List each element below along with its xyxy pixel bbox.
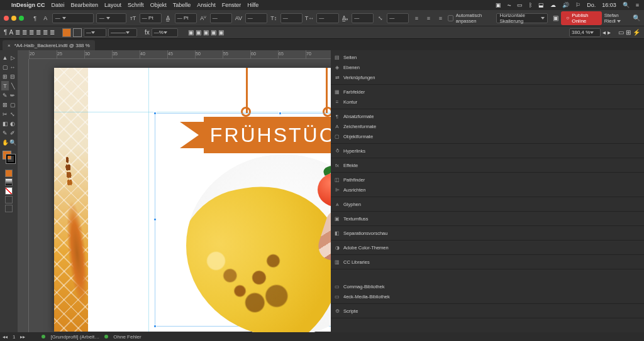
panel-ebenen[interactable]: ◈Ebenen (331, 62, 644, 72)
ruler-horizontal[interactable]: 2025303540455055606570758085909510010511… (29, 50, 331, 59)
workspace-icon[interactable]: ▣ (553, 14, 558, 21)
fill-stroke[interactable] (1, 151, 16, 166)
close-tab-icon[interactable]: × (8, 43, 11, 48)
line-tool-icon[interactable]: ╲ (9, 81, 16, 90)
tray-day[interactable]: Do. (587, 2, 596, 8)
textwrap4-icon[interactable]: ▣ (211, 29, 216, 36)
align-center-icon[interactable]: ≡ (423, 13, 433, 23)
status-profile[interactable]: [Grundprofil] (Arbeit… (50, 334, 99, 340)
char-mode-icon[interactable]: A (42, 13, 50, 23)
document-page[interactable]: Frühstück # (54, 68, 331, 332)
direct-select-tool-icon[interactable]: ▷ (9, 53, 16, 62)
selection-tool-icon[interactable]: ▲ (1, 53, 9, 62)
page-tool-icon[interactable]: ▢ (1, 62, 9, 72)
stroke-weight[interactable]: — (84, 28, 106, 37)
align-group-icon[interactable]: ¶ (4, 29, 7, 36)
vscale-input[interactable]: — (280, 13, 303, 23)
panel-textumfluss[interactable]: ▣Textumfluss (331, 214, 644, 224)
font-family-dropdown[interactable]: — (52, 13, 94, 23)
arrange-icon[interactable]: ⊞ (626, 29, 631, 36)
pa3[interactable]: ≣ (29, 29, 34, 36)
zoom-tool-icon[interactable]: 🔍 (9, 138, 16, 147)
textwrap5-icon[interactable]: ▣ (218, 29, 224, 36)
pa6[interactable]: ≣ (50, 29, 55, 36)
pa5[interactable]: ≣ (43, 29, 48, 36)
panel-commag-bib[interactable]: ▭Commag-Bibliothek (331, 281, 644, 291)
panel-zeichenformate[interactable]: AZeichenformate (331, 121, 644, 131)
panel-ausrichten[interactable]: ⊫Ausrichten (331, 185, 644, 195)
view-prev-icon[interactable]: ◂ (602, 29, 606, 36)
menu-objekt[interactable]: Objekt (150, 2, 167, 8)
kerning-input[interactable]: — (210, 13, 232, 23)
pa4[interactable]: ≣ (36, 29, 41, 36)
view-next-icon[interactable]: ▸ (608, 29, 611, 36)
align-left-icon[interactable]: ≡ (411, 13, 421, 23)
panel-separationsvorschau[interactable]: ◧Separationsvorschau (331, 228, 644, 238)
apply-color-icon[interactable] (5, 170, 13, 177)
gradient-swatch-icon[interactable]: ◧ (1, 119, 9, 128)
tray-camera-icon[interactable]: ▣ (496, 2, 501, 8)
content-placer-icon[interactable]: ⊟ (9, 72, 16, 81)
skew-input[interactable]: — (387, 13, 409, 23)
gradient-feather-icon[interactable]: ◐ (9, 119, 16, 128)
hand-tool-icon[interactable]: ✋ (1, 138, 9, 147)
gpu-icon[interactable]: ⚡ (633, 29, 640, 36)
fill-swatch[interactable] (62, 28, 71, 37)
fitting-dropdown[interactable]: Horizontale Skalierung (496, 13, 548, 23)
tray-flag-icon[interactable]: ⚐ (575, 2, 580, 8)
page-nav-field[interactable]: 1 (13, 334, 15, 340)
fx-icon[interactable]: fx (145, 29, 150, 36)
screen-mode-icon[interactable]: ▭ (618, 29, 624, 36)
panel-pathfinder[interactable]: ◫Pathfinder (331, 175, 644, 185)
scissors-tool-icon[interactable]: ✂ (1, 109, 9, 119)
gap-tool-icon[interactable]: ↔ (9, 62, 16, 72)
tray-time[interactable]: 16:03 (602, 2, 616, 8)
tray-dropbox-icon[interactable]: ⬓ (538, 2, 544, 8)
pa1[interactable]: ≣ (15, 29, 20, 36)
view-mode-normal-icon[interactable] (5, 196, 13, 203)
apply-gradient-icon[interactable] (5, 178, 13, 186)
pen-tool-icon[interactable]: ✎ (1, 90, 9, 100)
tray-spotlight-icon[interactable]: 🔍 (623, 2, 630, 8)
app-name[interactable]: InDesign CC (11, 2, 45, 8)
menu-hilfe[interactable]: Hilfe (247, 2, 258, 8)
panel-scripte[interactable]: ⚙Scripte (331, 306, 644, 316)
page-nav-next-icon[interactable]: ▸▸ (20, 334, 25, 340)
document-tab[interactable]: × *A4-Halb_BackereLindtl @ 388 % (3, 40, 95, 50)
rect-frame-tool-icon[interactable]: ⊠ (1, 100, 9, 109)
panel-farbfelder[interactable]: ▦Farbfelder (331, 87, 644, 97)
opacity[interactable]: —% (152, 28, 178, 37)
tray-volume-icon[interactable]: 🔊 (562, 2, 569, 8)
menu-layout[interactable]: Layout (104, 2, 121, 8)
search-icon[interactable]: 🔍 (633, 14, 640, 21)
align-right-icon[interactable]: ≡ (435, 13, 445, 23)
panel-cc-libraries[interactable]: ▥CC Libraries (331, 257, 644, 267)
transform-tool-icon[interactable]: ⤡ (9, 109, 16, 119)
font-size-input[interactable]: — Pt (140, 13, 162, 23)
menu-fenster[interactable]: Fenster (222, 2, 242, 8)
hscale-input[interactable]: — (316, 13, 338, 23)
panel-hyperlinks[interactable]: ⥁Hyperlinks (331, 146, 644, 156)
menu-bearbeiten[interactable]: Bearbeiten (71, 2, 99, 8)
tracking-input[interactable]: — (245, 13, 267, 23)
guide-v1[interactable] (148, 68, 149, 332)
tray-notifications-icon[interactable]: ≡ (636, 2, 639, 8)
paragraph-mode-icon[interactable]: ¶ (31, 13, 39, 23)
panel-kontur[interactable]: ≡Kontur (331, 97, 644, 107)
panel-seiten[interactable]: ▤Seiten (331, 52, 644, 62)
zoom-dropdown[interactable]: 380,4 % (569, 28, 601, 37)
publish-online-button[interactable]: ○ Publish Online (561, 11, 601, 25)
pencil-tool-icon[interactable]: ✏ (9, 90, 16, 100)
menu-tabelle[interactable]: Tabelle (173, 2, 191, 8)
baseline-input[interactable]: — (352, 13, 374, 23)
rect-tool-icon[interactable]: ▢ (9, 100, 16, 109)
user-menu[interactable]: Stefan Riedl (604, 13, 630, 24)
panel-verknuepfungen[interactable]: ⇄Verknüpfungen (331, 72, 644, 82)
stroke-swatch[interactable] (73, 28, 82, 37)
type-tool-icon[interactable]: T (1, 81, 9, 90)
stroke-style[interactable]: ——— (108, 28, 137, 37)
menu-ansicht[interactable]: Ansicht (197, 2, 216, 8)
leading-input[interactable]: — Pt (175, 13, 197, 23)
panel-glyphen[interactable]: ᴀGlyphen (331, 199, 644, 209)
menu-datei[interactable]: Datei (52, 2, 65, 8)
